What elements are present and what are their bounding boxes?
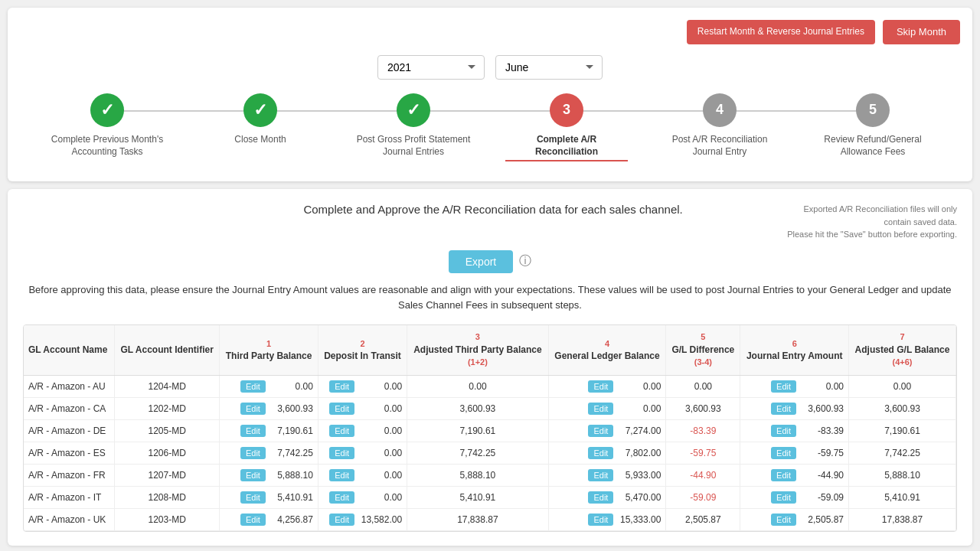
edit-button[interactable]: Edit	[240, 403, 266, 415]
edit-value: 5,470.00	[615, 492, 661, 503]
edit-value: 0.00	[615, 403, 661, 414]
step-4: 3 Complete A/R Reconciliation	[490, 93, 643, 162]
edit-value: 0.00	[356, 381, 402, 392]
edit-button[interactable]: Edit	[240, 514, 266, 526]
section-header: Complete and Approve the A/R Reconciliat…	[23, 203, 957, 241]
step-1-circle: ✓	[90, 93, 124, 127]
edit-button[interactable]: Edit	[240, 425, 266, 437]
edit-button[interactable]: Edit	[588, 380, 613, 393]
edit-button[interactable]: Edit	[240, 380, 266, 393]
export-button[interactable]: Export	[449, 250, 513, 273]
edit-button[interactable]: Edit	[588, 425, 613, 437]
main-container: Restart Month & Reverse Journal Entries …	[8, 8, 972, 181]
step-5-label: Post A/R Reconciliation Journal Entry	[658, 133, 781, 159]
edit-value: 0.00	[356, 403, 402, 414]
col-header-deposit: 2Deposit In Transit	[318, 325, 407, 375]
edit-button[interactable]: Edit	[588, 491, 613, 504]
edit-button[interactable]: Edit	[771, 491, 796, 504]
edit-button[interactable]: Edit	[771, 380, 796, 393]
edit-value: 7,742.25	[267, 448, 313, 458]
edit-value: 5,410.91	[267, 492, 313, 503]
edit-button[interactable]: Edit	[588, 469, 613, 481]
edit-value: 13,582.00	[356, 514, 402, 525]
edit-value: 5,933.00	[615, 470, 661, 481]
ar-reconciliation-table: GL Account Name GL Account Identifier 1T…	[24, 325, 956, 531]
info-icon[interactable]: ⓘ	[519, 253, 531, 269]
step-5: 4 Post A/R Reconciliation Journal Entry	[643, 93, 796, 159]
table-header-row: GL Account Name GL Account Identifier 1T…	[24, 325, 956, 375]
edit-button[interactable]: Edit	[771, 403, 796, 415]
edit-button[interactable]: Edit	[329, 491, 354, 504]
edit-button[interactable]: Edit	[329, 425, 354, 437]
edit-value: 7,274.00	[615, 425, 661, 436]
year-dropdown[interactable]: 2021 2020 2022	[377, 55, 485, 80]
step-6-number: 5	[869, 102, 877, 118]
col-header-account-name: GL Account Name	[24, 325, 114, 375]
edit-button[interactable]: Edit	[240, 491, 266, 504]
step-5-number: 4	[716, 102, 724, 118]
edit-button[interactable]: Edit	[329, 514, 354, 526]
edit-value: 0.00	[356, 425, 402, 436]
col-header-gl-balance: 4General Ledger Balance	[548, 325, 666, 375]
edit-value: -44.90	[798, 470, 844, 481]
edit-value: 0.00	[615, 381, 661, 392]
step-3-check-icon: ✓	[407, 100, 420, 120]
dropdowns-row: 2021 2020 2022 JanuaryFebruaryMarch Apri…	[20, 55, 960, 80]
edit-value: 0.00	[356, 470, 402, 481]
step-1-check-icon: ✓	[100, 100, 114, 120]
edit-button[interactable]: Edit	[240, 469, 266, 481]
col-header-third-party: 1Third Party Balance	[220, 325, 318, 375]
step-2-label: Close Month	[234, 133, 286, 146]
export-row: Export ⓘ	[23, 250, 957, 273]
edit-value: 3,600.93	[267, 403, 313, 414]
edit-value: -59.75	[798, 448, 844, 458]
edit-value: 3,600.93	[798, 403, 844, 414]
edit-button[interactable]: Edit	[588, 447, 613, 459]
step-3-label: Post Gross Profit Statement Journal Entr…	[352, 133, 475, 159]
table-row: A/R - Amazon - IT1208-MDEdit5,410.91Edit…	[24, 487, 956, 509]
edit-button[interactable]: Edit	[588, 514, 613, 526]
edit-value: 0.00	[267, 381, 313, 392]
table-row: A/R - Amazon - FR1207-MDEdit5,888.10Edit…	[24, 465, 956, 487]
edit-button[interactable]: Edit	[771, 469, 796, 481]
edit-value: -59.09	[798, 492, 844, 503]
table-row: A/R - Amazon - CA1202-MDEdit3,600.93Edit…	[24, 398, 956, 420]
table-row: A/R - Amazon - UK1203-MDEdit4,256.87Edit…	[24, 509, 956, 531]
col-header-identifier: GL Account Identifier	[114, 325, 219, 375]
edit-button[interactable]: Edit	[240, 447, 266, 459]
step-2-circle: ✓	[243, 93, 277, 127]
table-row: A/R - Amazon - DE1205-MDEdit7,190.61Edit…	[24, 420, 956, 442]
edit-value: 7,190.61	[267, 425, 313, 436]
edit-value: 4,256.87	[267, 514, 313, 525]
edit-button[interactable]: Edit	[771, 447, 796, 459]
restart-button[interactable]: Restart Month & Reverse Journal Entries	[687, 20, 875, 44]
edit-button[interactable]: Edit	[771, 425, 796, 437]
step-6-label: Review Refund/General Allowance Fees	[812, 133, 934, 159]
edit-button[interactable]: Edit	[329, 403, 354, 415]
ar-table-wrapper: GL Account Name GL Account Identifier 1T…	[23, 324, 957, 532]
step-5-circle: 4	[703, 93, 737, 127]
edit-value: 7,802.00	[615, 448, 661, 458]
edit-value: 0.00	[356, 448, 402, 458]
step-3-circle: ✓	[397, 93, 430, 127]
col-header-adj-gl: 7Adjusted G/L Balance(4+6)	[849, 325, 956, 375]
step-3: ✓ Post Gross Profit Statement Journal En…	[337, 93, 490, 159]
edit-button[interactable]: Edit	[329, 469, 354, 481]
edit-value: 2,505.87	[798, 514, 844, 525]
warning-text: Before approving this data, please ensur…	[23, 282, 957, 315]
edit-button[interactable]: Edit	[329, 380, 354, 393]
section-title: Complete and Approve the A/R Reconciliat…	[199, 203, 787, 216]
step-6-circle: 5	[856, 93, 890, 127]
step-2-check-icon: ✓	[253, 100, 267, 120]
step-1-label: Complete Previous Month's Accounting Tas…	[46, 133, 168, 159]
table-body: A/R - Amazon - AU1204-MDEdit0.00Edit0.00…	[24, 376, 956, 531]
edit-button[interactable]: Edit	[588, 403, 613, 415]
month-dropdown[interactable]: JanuaryFebruaryMarch AprilMayJune JulyAu…	[495, 55, 603, 80]
edit-button[interactable]: Edit	[771, 514, 796, 526]
skip-month-button[interactable]: Skip Month	[883, 20, 960, 44]
edit-button[interactable]: Edit	[329, 447, 354, 459]
edit-value: 0.00	[798, 381, 844, 392]
step-4-label: Complete A/R Reconciliation	[505, 133, 628, 162]
col-header-gl-diff: 5G/L Difference(3-4)	[666, 325, 740, 375]
table-row: A/R - Amazon - ES1206-MDEdit7,742.25Edit…	[24, 442, 956, 465]
